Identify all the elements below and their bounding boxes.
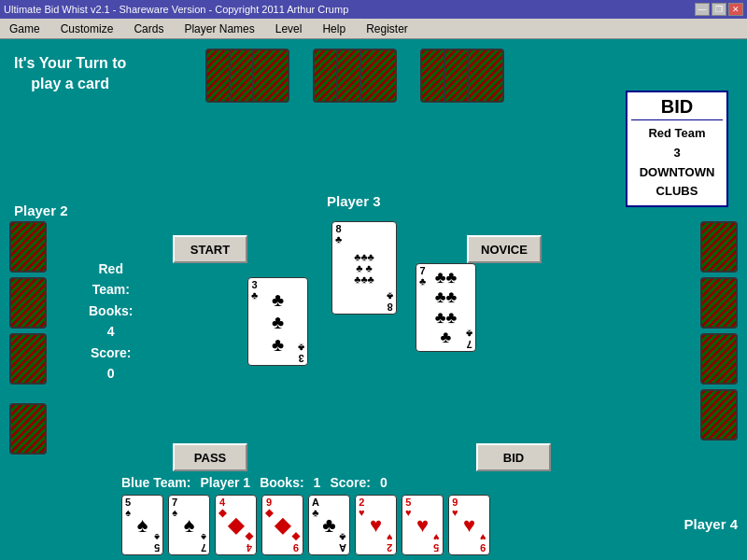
menu-level[interactable]: Level [270, 21, 308, 37]
card-rank-bottom: 5♠ [154, 532, 160, 553]
window-controls: — ❐ ✕ [695, 3, 743, 16]
novice-button[interactable]: NOVICE [467, 235, 542, 263]
game-area: It's Your Turn to play a card BID Red Te… [0, 39, 747, 560]
card-rank-top: 2♥ [359, 497, 365, 518]
restore-button[interactable]: ❐ [712, 3, 726, 16]
hand-card-6[interactable]: 2♥ ♥ 2♥ [355, 495, 397, 555]
books-label: Books: [260, 475, 303, 490]
played-card-3[interactable]: 7♣ ♣♣♣♣♣♣♣ 7♣ [416, 263, 476, 356]
menu-cards[interactable]: Cards [128, 21, 169, 37]
left-cards [9, 221, 47, 455]
menu-player-names[interactable]: Player Names [178, 21, 260, 37]
card-rank-top: 3♣ [251, 280, 258, 301]
red-team-books-val: 4 [89, 321, 133, 342]
card-back[interactable] [700, 389, 738, 441]
card-back[interactable] [700, 221, 738, 273]
card-rank-bottom: 5♥ [433, 532, 440, 553]
red-team-score-val: 0 [89, 363, 133, 384]
bid-suit: DOWNTOWN [631, 163, 723, 183]
hand-card-1[interactable]: 5♠ ♠ 5♠ [121, 495, 163, 555]
player2-label: Player 2 [14, 203, 68, 218]
card-rank-top: 5♥ [405, 497, 412, 518]
card-rank-bottom: 8♣ [387, 291, 393, 312]
menu-bar: Game Customize Cards Player Names Level … [0, 19, 747, 39]
blue-team-label: Blue Team: [121, 475, 190, 490]
card-center: ♣ [322, 513, 335, 538]
card-rank-bottom: 7♠ [201, 532, 206, 553]
card-center: ◆ [275, 513, 290, 538]
played-card-2[interactable]: 8♣ ♣♣♣♣ ♣♣♣♣ 8♣ [331, 221, 397, 318]
player1-label: Player 1 [200, 475, 250, 490]
card-back[interactable] [700, 333, 738, 385]
card-back [359, 49, 397, 103]
card-back [252, 49, 289, 103]
card-center: ◆ [228, 513, 244, 538]
close-button[interactable]: ✕ [728, 3, 743, 16]
card-back [467, 49, 504, 103]
menu-customize[interactable]: Customize [55, 21, 120, 37]
hand-card-8[interactable]: 9♥ ♥ 9♥ [448, 495, 490, 555]
title-bar-text: Ultimate Bid Whist v2.1 - Shareware Vers… [4, 4, 348, 15]
title-bar: Ultimate Bid Whist v2.1 - Shareware Vers… [0, 0, 747, 19]
card-suit-center: ♣♣♣♣♣♣♣ [435, 267, 458, 347]
card-rank-bottom: 2♥ [387, 532, 393, 553]
top-card-group-2 [313, 49, 397, 103]
player3-label: Player 3 [327, 193, 381, 209]
card-rank-top: 7♣ [419, 266, 426, 287]
card-center: ♥ [416, 513, 429, 538]
bid-team: Red Team [631, 124, 723, 144]
card-back[interactable] [9, 221, 47, 273]
played-card-1[interactable]: 3♣ ♣♣♣ 3♣ [247, 277, 308, 370]
pass-button[interactable]: PASS [173, 443, 247, 471]
bid-number: 3 [631, 144, 723, 163]
start-button[interactable]: START [173, 235, 247, 263]
player4-label: Player 4 [684, 516, 738, 532]
card-back[interactable] [700, 277, 738, 329]
instruction-text: It's Your Turn to play a card [14, 53, 126, 95]
red-team-info: Red Team: Books: 4 Score: 0 [89, 259, 133, 384]
card-rank-top: 9◆ [265, 497, 273, 518]
top-card-group-1 [205, 49, 289, 103]
card-center: ♠ [137, 513, 148, 538]
card-rank-bottom: A♣ [339, 532, 346, 553]
red-team-label2: Team: [89, 279, 133, 300]
bid-panel-title: BID [631, 96, 723, 120]
bid-panel-content: Red Team 3 DOWNTOWN CLUBS [631, 124, 723, 202]
bottom-info: Blue Team: Player 1 Books: 1 Score: 0 [121, 475, 388, 490]
red-team-label: Red [89, 259, 133, 279]
card-rank-top: A♣ [312, 497, 319, 518]
card-rank-bottom: 4◆ [246, 532, 253, 553]
top-cards-row [205, 49, 504, 103]
card-suit-center: ♣♣♣ [272, 288, 284, 356]
minimize-button[interactable]: — [695, 3, 710, 16]
bid-suit-line2: CLUBS [631, 182, 723, 202]
hand-card-4[interactable]: 9◆ ◆ 9◆ [261, 495, 303, 555]
bid-button[interactable]: BID [476, 443, 551, 471]
card-rank-bottom: 7♣ [466, 329, 472, 349]
hand-card-2[interactable]: 7♠ ♠ 7♠ [168, 495, 210, 555]
red-team-score-label: Score: [89, 343, 133, 363]
card-center: ♥ [463, 513, 475, 538]
card-back[interactable] [9, 403, 47, 455]
card-back[interactable] [9, 277, 47, 329]
score-val: 0 [380, 475, 388, 490]
top-card-group-3 [420, 49, 504, 103]
card-rank-top: 5♠ [125, 497, 131, 518]
card-rank-top: 7♠ [172, 497, 177, 518]
menu-register[interactable]: Register [360, 21, 414, 37]
right-cards [700, 221, 738, 441]
hand-card-3[interactable]: 4◆ ◆ 4◆ [215, 495, 257, 555]
card-rank-bottom: 9♥ [480, 532, 486, 553]
menu-game[interactable]: Game [4, 21, 46, 37]
bid-panel: BID Red Team 3 DOWNTOWN CLUBS [626, 91, 728, 207]
card-suit-center: ♣♣♣♣ ♣♣♣♣ [354, 251, 374, 285]
card-rank-top: 8♣ [335, 224, 342, 245]
hand-card-5[interactable]: A♣ ♣ A♣ [308, 495, 350, 555]
card-center: ♠ [184, 513, 195, 538]
card-back[interactable] [9, 333, 47, 385]
menu-help[interactable]: Help [317, 21, 351, 37]
hand-card-7[interactable]: 5♥ ♥ 5♥ [402, 495, 444, 555]
bottom-player-cards: 5♠ ♠ 5♠ 7♠ ♠ 7♠ 4◆ ◆ 4◆ 9◆ ◆ 9◆ A♣ ♣ A♣ [121, 495, 490, 555]
card-center: ♥ [370, 513, 382, 538]
card-rank-top: 4◆ [218, 497, 226, 518]
